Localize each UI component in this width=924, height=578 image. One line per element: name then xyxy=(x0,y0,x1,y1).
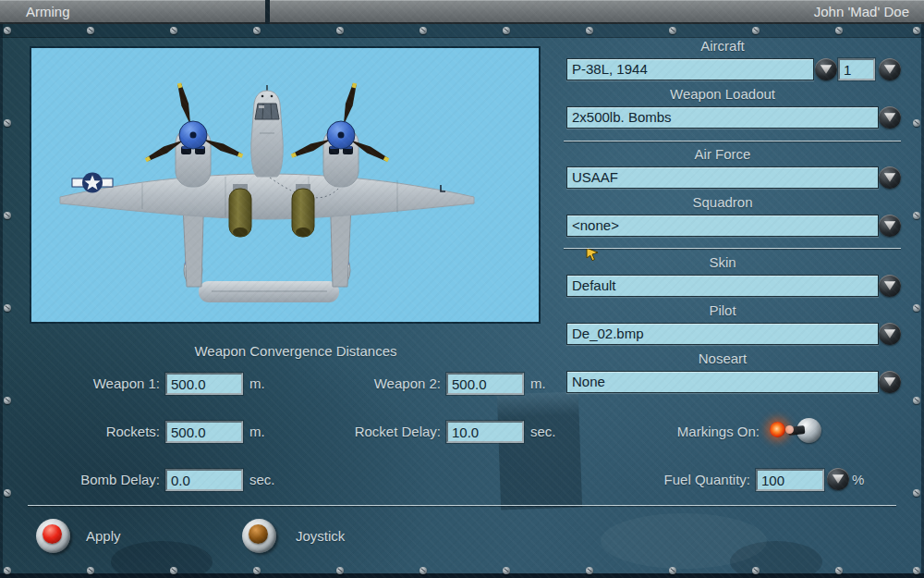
chevron-down-icon xyxy=(883,280,896,291)
weapon2-input[interactable] xyxy=(446,373,524,395)
squadron-dropdown-arrow[interactable] xyxy=(879,215,901,237)
squadron-dropdown[interactable]: <none> xyxy=(566,215,879,237)
pilot-dropdown-arrow[interactable] xyxy=(879,323,901,345)
bottom-divider xyxy=(28,505,896,506)
screw-icon xyxy=(170,567,177,574)
loadout-dropdown-arrow[interactable] xyxy=(879,106,901,129)
screw-icon xyxy=(752,27,760,34)
convergence-title: Weapon Convergence Distances xyxy=(111,344,480,359)
rocket-delay-label: Rocket Delay: xyxy=(321,424,441,439)
pilot-label: Pilot xyxy=(566,303,879,318)
frame-bottom xyxy=(0,573,924,578)
chevron-down-icon xyxy=(883,328,896,339)
squadron-label: Squadron xyxy=(566,195,879,210)
screw-icon xyxy=(913,27,920,34)
screw-icon xyxy=(336,567,344,574)
fuel-arrow[interactable] xyxy=(827,468,849,490)
screw-icon xyxy=(669,27,676,34)
bomb-delay-label: Bomb Delay: xyxy=(40,473,160,487)
player-name-bar: John 'Mad' Doe xyxy=(270,0,924,24)
screw-icon xyxy=(4,27,11,34)
screw-icon xyxy=(253,567,261,574)
airforce-label: Air Force xyxy=(566,147,879,162)
aircraft-count-arrow[interactable] xyxy=(879,58,901,80)
aircraft-count-input[interactable] xyxy=(838,58,875,80)
background-shape xyxy=(730,541,822,578)
screw-icon xyxy=(752,567,760,574)
background-shape xyxy=(111,541,213,578)
skin-dropdown-arrow[interactable] xyxy=(879,275,901,297)
loadout-label: Weapon Loadout xyxy=(566,87,879,102)
frame-top xyxy=(0,24,924,38)
frame-left xyxy=(0,24,3,578)
weapon1-input[interactable] xyxy=(165,373,243,395)
fuel-label: Fuel Quantity: xyxy=(565,473,750,487)
screw-icon xyxy=(87,567,94,574)
chevron-down-icon xyxy=(883,376,896,387)
chevron-down-icon xyxy=(883,172,896,183)
pilot-dropdown[interactable]: De_02.bmp xyxy=(566,323,879,345)
chevron-down-icon xyxy=(883,112,896,123)
screw-icon xyxy=(913,212,920,219)
chevron-down-icon xyxy=(820,64,833,75)
tab-arming-label: Arming xyxy=(26,4,70,19)
fuel-input[interactable] xyxy=(756,469,824,491)
apply-button[interactable] xyxy=(36,519,70,553)
screw-icon xyxy=(4,489,11,497)
background-crate xyxy=(497,392,582,510)
rocket-delay-unit: sec. xyxy=(530,424,556,439)
skin-dropdown[interactable]: Default xyxy=(566,275,879,297)
bomb-delay-input[interactable] xyxy=(165,469,243,491)
apply-button-icon xyxy=(43,524,62,544)
screw-icon xyxy=(4,567,11,574)
screw-icon xyxy=(4,119,11,127)
chevron-down-icon xyxy=(883,64,896,75)
screw-icon xyxy=(835,567,843,574)
screw-icon xyxy=(913,397,920,404)
tab-arming[interactable]: Arming xyxy=(0,0,265,24)
screw-icon xyxy=(4,304,11,312)
loadout-dropdown[interactable]: 2x500lb. Bombs xyxy=(566,106,879,129)
screw-icon xyxy=(503,567,510,574)
noseart-dropdown[interactable]: None xyxy=(566,371,879,393)
aircraft-preview-viewport[interactable] xyxy=(30,46,541,324)
screw-icon xyxy=(170,27,177,34)
apply-button-label: Apply xyxy=(86,529,121,544)
screw-icon xyxy=(4,212,11,219)
screw-icon xyxy=(913,489,920,497)
aircraft-render-p38 xyxy=(31,48,539,322)
weapon1-unit: m. xyxy=(249,376,265,391)
screw-icon xyxy=(913,567,920,574)
screw-icon xyxy=(586,567,593,574)
rockets-input[interactable] xyxy=(165,421,243,443)
joystick-button[interactable] xyxy=(242,519,276,553)
weapon2-unit: m. xyxy=(530,376,546,391)
skin-value: Default xyxy=(572,277,616,293)
aircraft-dropdown[interactable]: P-38L, 1944 xyxy=(566,58,814,80)
rocket-delay-input[interactable] xyxy=(446,421,524,443)
noseart-value: None xyxy=(572,374,605,389)
screw-icon xyxy=(586,27,593,34)
aircraft-value: P-38L, 1944 xyxy=(572,61,648,77)
noseart-label: Noseart xyxy=(566,351,879,366)
noseart-dropdown-arrow[interactable] xyxy=(879,371,901,393)
markings-toggle[interactable] xyxy=(770,414,823,448)
screw-icon xyxy=(87,27,94,34)
screw-icon xyxy=(419,567,427,574)
screw-icon xyxy=(913,119,920,127)
screw-icon xyxy=(503,27,510,34)
screw-icon xyxy=(336,27,344,34)
airforce-dropdown[interactable]: USAAF xyxy=(566,166,879,189)
toggle-light-icon xyxy=(770,422,785,437)
pilot-value: De_02.bmp xyxy=(572,326,644,341)
joystick-button-icon xyxy=(249,524,268,544)
section-divider xyxy=(564,248,901,249)
bomb-delay-unit: sec. xyxy=(249,473,275,487)
screw-icon xyxy=(253,27,261,34)
screw-icon xyxy=(835,27,843,34)
aircraft-dropdown-arrow[interactable] xyxy=(815,58,837,80)
chevron-down-icon xyxy=(832,473,845,485)
screw-icon xyxy=(419,27,427,34)
chevron-down-icon xyxy=(883,220,896,231)
airforce-dropdown-arrow[interactable] xyxy=(879,166,901,189)
